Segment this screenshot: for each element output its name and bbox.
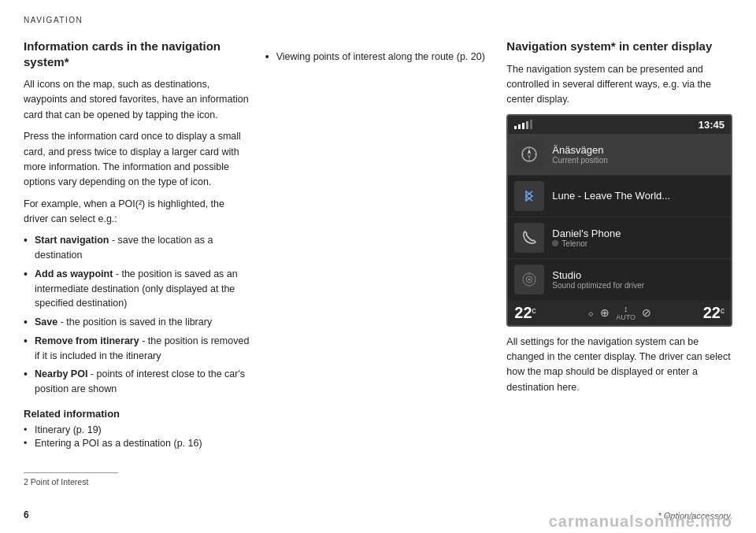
section-header: NAVIGATION xyxy=(24,16,732,24)
signal-bar-3 xyxy=(522,123,524,129)
phone-icon xyxy=(520,228,539,247)
signal-bar-2 xyxy=(518,124,521,129)
item-3-text: Daniel's Phone Telenor xyxy=(552,228,621,248)
temp-right: 22 c xyxy=(703,305,724,320)
related-item: Itinerary (p. 19) xyxy=(24,424,250,435)
seat-heat-icon: ⬦ xyxy=(587,306,594,319)
bluetooth-icon-bg xyxy=(514,181,544,211)
temp-left: 22 c xyxy=(514,305,536,320)
item-2-title: Lune - Leave The World... xyxy=(552,190,670,202)
left-para-2: Press the information card once to displ… xyxy=(24,129,250,191)
footnote-divider xyxy=(24,472,118,473)
speaker-icon-bg xyxy=(514,265,544,294)
left-column: Information cards in the navigation syst… xyxy=(24,39,250,487)
display-footer: 22 c ⬦ ⊕ ↕ AUTO ⊘ 22 c xyxy=(508,300,731,325)
page-number: 6 xyxy=(24,509,29,520)
bluetooth-icon xyxy=(520,187,539,205)
item-4-text: Studio Sound optimized for driver xyxy=(552,269,644,290)
svg-marker-1 xyxy=(528,149,531,154)
item-1-title: Änäsvägen xyxy=(552,144,608,156)
mid-bullets: Viewing points of interest along the rou… xyxy=(265,39,491,65)
content-grid: Information cards in the navigation syst… xyxy=(24,39,732,487)
watermark: carmanualsonline.info xyxy=(0,509,756,533)
page: NAVIGATION Information cards in the navi… xyxy=(0,0,756,533)
ac-icon: ↕ xyxy=(616,304,636,313)
clock-display: 13:45 xyxy=(699,119,724,131)
display-items: Änäsvägen Current position xyxy=(508,134,731,300)
option-note: * Option/accessory. xyxy=(658,511,732,520)
related-info-title: Related information xyxy=(24,408,250,420)
middle-column: Viewing points of interest along the rou… xyxy=(265,39,491,487)
bullet-term: Save xyxy=(35,316,57,328)
item-2-text: Lune - Leave The World... xyxy=(552,190,670,202)
display-item-audio: Studio Sound optimized for driver xyxy=(508,259,731,300)
left-para-1: All icons on the map, such as destinatio… xyxy=(24,77,250,123)
footnote-description: Point of Interest xyxy=(31,477,89,487)
list-item: Add as waypoint - the position is saved … xyxy=(24,267,250,311)
list-item: Viewing points of interest along the rou… xyxy=(265,50,491,65)
signal-bar-4 xyxy=(526,121,528,129)
auto-label: AUTO xyxy=(616,313,636,321)
phone-icon-bg xyxy=(514,223,544,253)
svg-marker-2 xyxy=(528,154,531,160)
center-display: 13:45 xyxy=(506,114,732,327)
temp-left-value: 22 xyxy=(514,305,532,320)
related-item: Entering a POI as a destination (p. 16) xyxy=(24,438,250,449)
compass-icon xyxy=(520,145,539,164)
left-title: Information cards in the navigation syst… xyxy=(24,39,250,69)
item-4-title: Studio xyxy=(552,269,644,281)
signal-dot xyxy=(552,240,558,246)
item-4-sub: Sound optimized for driver xyxy=(552,281,644,290)
display-item-bluetooth: Lune - Leave The World... xyxy=(508,176,731,217)
bullet-term: Remove from itinerary xyxy=(35,335,139,346)
list-item: Save - the position is saved in the libr… xyxy=(24,315,250,330)
bullet-term: Nearby POI xyxy=(35,368,87,379)
display-header: 13:45 xyxy=(508,116,731,134)
mid-list: Viewing points of interest along the rou… xyxy=(265,50,491,65)
list-item: Start navigation - save the location as … xyxy=(24,233,250,263)
right-para-2: All settings for the navigation system c… xyxy=(506,335,732,396)
compass-icon-bg xyxy=(514,139,544,169)
features-list: Start navigation - save the location as … xyxy=(24,233,250,397)
item-1-text: Änäsvägen Current position xyxy=(552,144,608,165)
temp-right-value: 22 xyxy=(703,305,721,320)
speaker-icon xyxy=(520,270,539,289)
signal-bar-5 xyxy=(530,120,532,129)
item-3-title: Daniel's Phone xyxy=(552,228,621,239)
footer-icons: ⬦ ⊕ ↕ AUTO ⊘ xyxy=(587,304,651,321)
right-title: Navigation system* in center display xyxy=(506,39,732,54)
right-column: Navigation system* in center display The… xyxy=(506,39,732,487)
display-item-phone: Daniel's Phone Telenor xyxy=(508,217,731,259)
footnote-number: 2 xyxy=(24,477,28,487)
temp-right-unit: c xyxy=(721,306,724,315)
defrost-icon: ⊘ xyxy=(642,306,651,319)
bullet-text: - the position is saved in the library xyxy=(57,316,212,328)
signal-bars xyxy=(514,120,532,129)
left-para-3: For example, when a POI(²) is highlighte… xyxy=(24,197,250,228)
temp-left-unit: c xyxy=(532,306,536,315)
list-item: Remove from itinerary - the position is … xyxy=(24,334,250,364)
svg-point-9 xyxy=(528,278,531,280)
svg-point-10 xyxy=(528,273,530,275)
item-1-sub: Current position xyxy=(552,156,608,165)
bullet-term: Start navigation xyxy=(35,235,109,246)
bullet-term: Add as waypoint xyxy=(35,268,113,279)
footnote: 2 Point of Interest xyxy=(24,477,250,487)
fan-icon: ⊕ xyxy=(600,306,610,319)
list-item: Nearby POI - points of interest close to… xyxy=(24,367,250,397)
signal-bar-1 xyxy=(514,126,517,129)
display-item-navigation: Änäsvägen Current position xyxy=(508,134,731,176)
right-para-1: The navigation system can be presented a… xyxy=(506,62,732,108)
related-list: Itinerary (p. 19) Entering a POI as a de… xyxy=(24,424,250,449)
item-3-sub: Telenor xyxy=(552,239,621,248)
item-3-sub-text: Telenor xyxy=(561,239,587,248)
